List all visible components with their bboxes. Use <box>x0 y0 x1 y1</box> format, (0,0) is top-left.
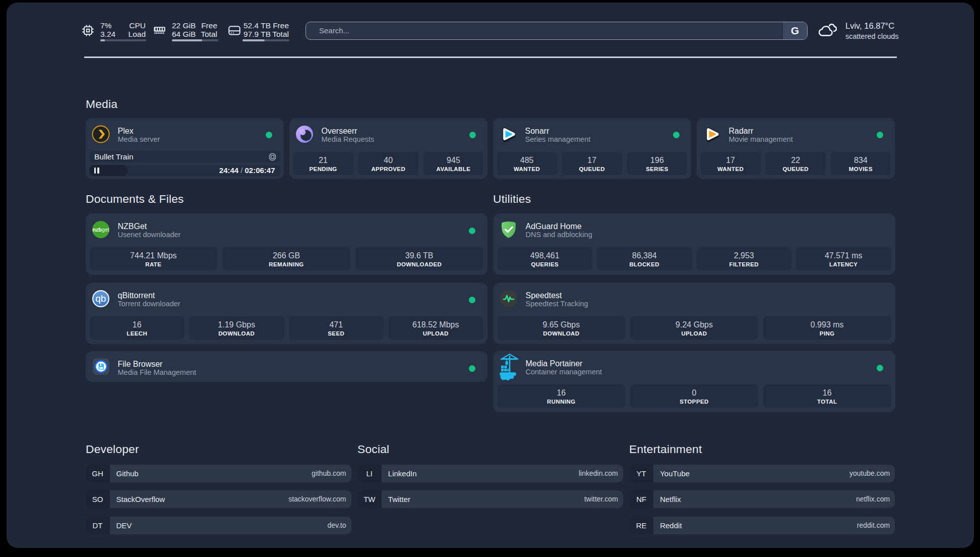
svg-text:qb: qb <box>95 293 106 304</box>
svg-text:nzbget: nzbget <box>92 227 109 233</box>
